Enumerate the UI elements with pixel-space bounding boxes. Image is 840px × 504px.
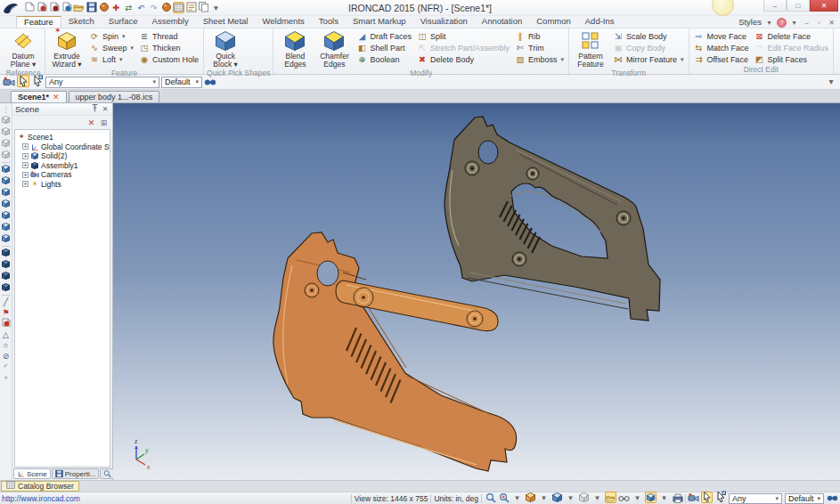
zoom-window-button[interactable] bbox=[485, 492, 496, 504]
circle-button[interactable]: ○ bbox=[1, 340, 11, 351]
extrude-wizard-button[interactable]: ✶ExtrudeWizard ▾ bbox=[48, 29, 86, 69]
blue-cube-button[interactable] bbox=[1, 175, 11, 187]
blue-cube-button[interactable] bbox=[1, 222, 11, 233]
quick-block-button[interactable]: QuickBlock ▾ bbox=[207, 29, 244, 69]
rib-button[interactable]: ∥Rib bbox=[513, 31, 566, 42]
new-scene-button[interactable] bbox=[23, 1, 35, 14]
panel-tab-properti[interactable]: Properti... bbox=[52, 468, 100, 479]
tab-smart-markup[interactable]: Smart Markup bbox=[346, 15, 413, 28]
open-folder-button[interactable] bbox=[73, 1, 85, 14]
tab-sheet-metal[interactable]: Sheet Metal bbox=[196, 15, 256, 28]
cad-model-upper-body-dark[interactable] bbox=[444, 117, 660, 321]
save-button[interactable] bbox=[86, 1, 97, 14]
help-button[interactable]: ? bbox=[777, 17, 787, 28]
loft-button[interactable]: ≋Loft▾ bbox=[87, 54, 135, 65]
split-faces-button[interactable]: ◩Split Faces bbox=[753, 54, 831, 65]
panel-tab-scene[interactable]: Scene bbox=[13, 468, 51, 479]
square-dot-button[interactable]: ▫ bbox=[1, 372, 11, 383]
close-doc-button[interactable] bbox=[48, 1, 60, 14]
thicken-button[interactable]: ◳Thicken bbox=[137, 43, 200, 53]
blend-edges-button[interactable]: BlendEdges bbox=[276, 29, 314, 69]
tree-item-global-coordinate-system[interactable]: +Global Coordinate System bbox=[17, 142, 110, 152]
pin-button[interactable] bbox=[90, 103, 99, 115]
add-red-button[interactable]: ✚ bbox=[110, 2, 122, 13]
catalog-browser-button[interactable]: Catalog Browser bbox=[1, 481, 79, 492]
tab-assembly[interactable]: Assembly bbox=[145, 15, 196, 28]
update-tree-button[interactable]: ⊞ bbox=[99, 118, 109, 128]
navy-cube-button[interactable] bbox=[1, 271, 11, 282]
link-parts-button[interactable]: ⇄ bbox=[123, 2, 135, 13]
edit-face-radius-button[interactable]: ◠Edit Face Radius bbox=[753, 43, 831, 53]
spin-button[interactable]: ⟳Spin▾ bbox=[87, 31, 135, 42]
pattern-feature-button[interactable]: PatternFeature bbox=[572, 29, 609, 69]
delete-red-button[interactable]: ✕ bbox=[86, 118, 96, 128]
select-cursor-button[interactable] bbox=[17, 75, 29, 89]
zoom-extents-button[interactable] bbox=[498, 492, 510, 504]
view-glasses-button[interactable] bbox=[618, 492, 630, 504]
styles-menu[interactable]: Styles bbox=[738, 17, 762, 27]
tab-weldments[interactable]: Weldments bbox=[255, 15, 311, 28]
blue-cube-button[interactable] bbox=[1, 199, 11, 210]
open-catalog-file-button[interactable] bbox=[36, 1, 47, 14]
expand-icon[interactable]: + bbox=[22, 162, 29, 168]
delete-face-button[interactable]: ⊠Delete Face bbox=[753, 31, 831, 42]
match-face-button[interactable]: ⇆Match Face bbox=[692, 43, 751, 53]
selection-cube-button[interactable] bbox=[578, 492, 590, 504]
triangle-button[interactable]: △ bbox=[1, 329, 11, 340]
select-shape-button[interactable] bbox=[31, 75, 44, 89]
select-shape-button[interactable] bbox=[714, 492, 726, 504]
expand-icon[interactable]: + bbox=[22, 172, 29, 178]
display-mode-cube-button[interactable] bbox=[551, 492, 563, 504]
open-folder-button[interactable] bbox=[605, 492, 616, 504]
sphere-button[interactable] bbox=[160, 1, 172, 14]
copy-body-button[interactable]: ▣Copy Body bbox=[611, 43, 686, 53]
arc-button[interactable]: ◜ bbox=[1, 362, 11, 372]
scale-body-button[interactable]: ⇲Scale Body bbox=[611, 31, 686, 42]
tab-surface[interactable]: Surface bbox=[102, 15, 145, 28]
delete-body-button[interactable]: ✖Delete Body bbox=[415, 54, 511, 65]
gray-cube-button[interactable] bbox=[1, 126, 11, 138]
tree-item-solid-2[interactable]: +Solid(2) bbox=[17, 151, 110, 161]
render-scene-button[interactable] bbox=[98, 1, 110, 14]
panel-close-button[interactable]: ✕ bbox=[101, 103, 110, 115]
more-button[interactable]: ▾ bbox=[210, 2, 222, 13]
gray-cube-button[interactable] bbox=[1, 150, 11, 161]
polyline-button[interactable]: ╱ bbox=[1, 297, 11, 307]
viewport-canvas[interactable]: z y x bbox=[113, 103, 840, 480]
navy-cube-button[interactable] bbox=[1, 248, 11, 259]
move-face-button[interactable]: ⇨Move Face bbox=[692, 31, 751, 42]
expand-icon[interactable]: + bbox=[22, 143, 29, 150]
tab-tools[interactable]: Tools bbox=[312, 15, 346, 28]
navy-cube-button[interactable] bbox=[1, 282, 11, 294]
boolean-button[interactable]: ⊕Boolean bbox=[355, 54, 413, 65]
custom-hole-button[interactable]: ◉Custom Hole bbox=[137, 54, 200, 65]
expand-icon[interactable]: + bbox=[22, 181, 29, 187]
mirror-feature-button[interactable]: ⋈Mirror Feature▾ bbox=[611, 54, 686, 65]
document-tab-upper-body-1-08-ics[interactable]: upper body 1...-08.ics bbox=[69, 91, 160, 102]
split-button[interactable]: ◫Split bbox=[415, 31, 511, 42]
tab-annotation[interactable]: Annotation bbox=[475, 15, 529, 28]
close-tab-icon[interactable]: ✕ bbox=[53, 93, 60, 102]
chamfer-edges-button[interactable]: ChamferEdges bbox=[315, 29, 353, 69]
red-doc-button[interactable] bbox=[1, 318, 11, 329]
thread-button[interactable]: ≣Thread bbox=[137, 31, 200, 42]
document-tab-scene1[interactable]: Scene1*✕ bbox=[11, 91, 67, 102]
scene-settings-cube-button[interactable] bbox=[645, 492, 657, 504]
blue-cube-button[interactable] bbox=[1, 233, 11, 245]
restore-button[interactable]: □ bbox=[787, 0, 810, 12]
sweep-button[interactable]: ∿Sweep▾ bbox=[87, 43, 135, 53]
layout-ribbon-button[interactable]: ▫ bbox=[814, 17, 824, 28]
offset-face-button[interactable]: ⇉Offset Face bbox=[692, 54, 751, 65]
3d-viewport[interactable]: z y x bbox=[113, 103, 840, 480]
datum-plane-button[interactable]: DatumPlane ▾ bbox=[4, 29, 42, 69]
tree-item-cameras[interactable]: +Cameras bbox=[17, 170, 110, 180]
gray-cube-button[interactable] bbox=[1, 138, 11, 150]
styles-caret-button[interactable]: ▾ bbox=[789, 17, 799, 28]
styles-caret-button[interactable]: ▾ bbox=[764, 17, 774, 28]
close-button[interactable]: ✕ bbox=[810, 0, 838, 12]
selection-filter-combo[interactable]: Any▾ bbox=[45, 77, 159, 88]
shell-part-button[interactable]: ◧Shell Part bbox=[355, 43, 413, 53]
minimize-ribbon-button[interactable]: – bbox=[802, 17, 811, 28]
undo-button[interactable]: ↶ bbox=[135, 2, 147, 13]
emboss-button[interactable]: ▨Emboss▾ bbox=[513, 54, 566, 65]
